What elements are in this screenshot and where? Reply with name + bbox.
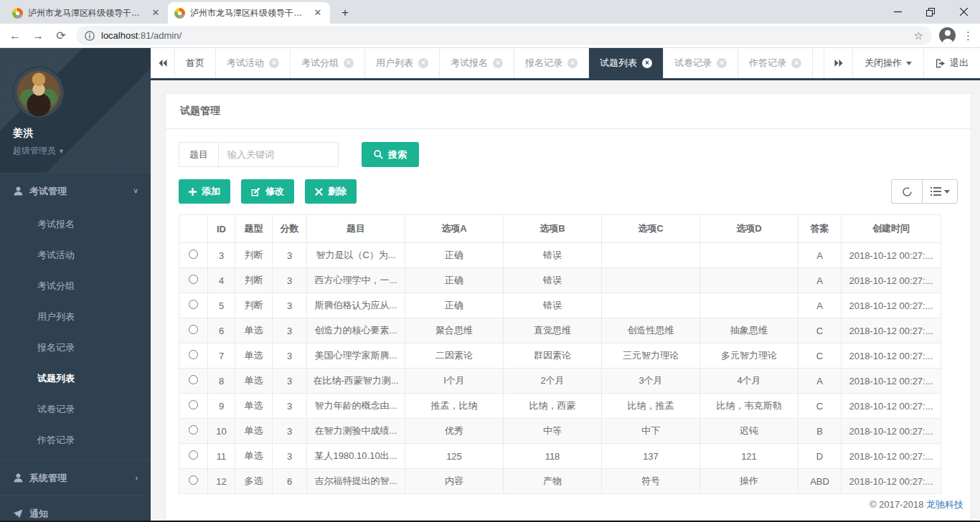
search-input[interactable] bbox=[218, 142, 339, 167]
tab-close-icon[interactable]: × bbox=[642, 58, 652, 68]
content-tab-label: 考试分组 bbox=[301, 57, 339, 70]
content-tab[interactable]: 试卷记录 × bbox=[664, 48, 738, 78]
sidebar-submenu-item[interactable]: 试题列表 bbox=[0, 363, 151, 394]
browser-tab-title: 泸州市龙马潭区科级领导干部任前 bbox=[190, 7, 307, 19]
sidebar-submenu-item[interactable]: 报名记录 bbox=[0, 332, 151, 363]
tab-close-icon[interactable]: ✕ bbox=[312, 7, 324, 19]
sidebar-submenu-item[interactable]: 试卷记录 bbox=[0, 394, 151, 424]
content-tab-label: 报名记录 bbox=[525, 57, 562, 70]
cell-option-d: 4个月 bbox=[700, 369, 798, 394]
table-row: 9 单选 3 智力年龄的概念由... 推孟，比纳 比纳，西蒙 比纳，推孟 比纳，… bbox=[179, 394, 941, 419]
cell-type: 单选 bbox=[235, 394, 273, 419]
address-bar[interactable]: localhost:81/admin/ ☆ bbox=[76, 26, 932, 45]
row-radio[interactable] bbox=[189, 275, 198, 284]
content-tab-label: 首页 bbox=[186, 57, 204, 70]
sidebar-submenu-item[interactable]: 考试活动 bbox=[0, 239, 151, 270]
row-select-cell bbox=[179, 243, 208, 268]
content-tab[interactable]: 考试报名 × bbox=[440, 48, 514, 78]
sidebar-submenu-item[interactable]: 作答记录 bbox=[0, 424, 151, 455]
row-radio[interactable] bbox=[189, 250, 198, 259]
cell-created-time: 2018-10-12 00:27:... bbox=[842, 369, 941, 394]
cell-created-time: 2018-10-12 00:27:... bbox=[842, 469, 941, 494]
content-tab[interactable]: 试题列表 × bbox=[589, 48, 664, 78]
cell-type: 单选 bbox=[235, 419, 273, 444]
sidebar-section-label: 通知 bbox=[29, 508, 48, 521]
columns-dropdown-button[interactable] bbox=[922, 179, 958, 204]
cell-score: 3 bbox=[273, 343, 307, 369]
browser-menu-icon[interactable]: ⋮ bbox=[963, 29, 973, 42]
edit-button[interactable]: 修改 bbox=[241, 179, 294, 204]
close-window-button[interactable] bbox=[947, 0, 980, 24]
cell-score: 3 bbox=[273, 419, 307, 444]
column-header: 选项C bbox=[602, 215, 700, 243]
row-radio[interactable] bbox=[189, 400, 198, 409]
table-row: 12 多选 6 吉尔福特提出的智... 内容 产物 符号 操作 ABD 20 bbox=[179, 469, 941, 494]
sidebar-item-system-management[interactable]: 系统管理 ‹ bbox=[0, 460, 151, 495]
user-icon bbox=[13, 473, 23, 483]
sidebar-item-notifications[interactable]: 通知 bbox=[0, 495, 151, 521]
back-icon[interactable]: ← bbox=[7, 29, 23, 42]
sidebar-submenu-item-label: 试卷记录 bbox=[37, 403, 75, 416]
cell-option-c: 创造性思维 bbox=[602, 318, 700, 343]
cell-score: 3 bbox=[273, 394, 307, 419]
cell-title: 在智力测验中成绩... bbox=[307, 419, 405, 444]
logout-button[interactable]: 退出 bbox=[923, 48, 980, 78]
close-operations-dropdown[interactable]: 关闭操作 bbox=[852, 48, 923, 78]
row-radio[interactable] bbox=[189, 350, 198, 359]
tab-close-icon[interactable]: ✕ bbox=[150, 7, 161, 19]
search-icon bbox=[374, 150, 383, 159]
row-radio[interactable] bbox=[189, 475, 198, 485]
tab-close-icon[interactable]: × bbox=[344, 58, 354, 68]
content-tab[interactable]: 报名记录 × bbox=[514, 48, 589, 78]
content-tab[interactable]: 考试活动 × bbox=[216, 48, 291, 78]
bookmark-star-icon[interactable]: ☆ bbox=[914, 29, 923, 42]
row-radio[interactable] bbox=[189, 450, 198, 460]
cell-answer: A bbox=[798, 268, 842, 293]
tab-close-icon[interactable]: × bbox=[717, 58, 727, 68]
cell-option-b: 直觉思维 bbox=[504, 318, 602, 343]
row-radio[interactable] bbox=[189, 300, 198, 309]
new-tab-button[interactable]: + bbox=[336, 4, 354, 22]
edit-button-label: 修改 bbox=[265, 185, 284, 198]
forward-icon[interactable]: → bbox=[30, 29, 46, 42]
row-radio[interactable] bbox=[189, 325, 198, 334]
browser-tab-1[interactable]: 泸州市龙马潭区科级领导干部任前 ✕ bbox=[6, 2, 168, 24]
sidebar-submenu-item[interactable]: 用户列表 bbox=[0, 301, 151, 332]
row-radio[interactable] bbox=[189, 375, 198, 384]
reload-icon[interactable]: ⟳ bbox=[53, 29, 69, 42]
tab-close-icon[interactable]: × bbox=[791, 58, 801, 68]
page-info-icon[interactable] bbox=[85, 31, 95, 41]
content-tab[interactable]: 用户列表 × bbox=[365, 48, 440, 78]
cell-id: 5 bbox=[208, 293, 235, 318]
refresh-button[interactable] bbox=[891, 179, 922, 204]
add-button[interactable]: 添加 bbox=[179, 179, 230, 204]
restore-button[interactable] bbox=[914, 0, 947, 24]
scroll-tabs-left-button[interactable] bbox=[151, 48, 175, 78]
cell-created-time: 2018-10-12 00:27:... bbox=[842, 343, 941, 369]
site-favicon bbox=[12, 8, 23, 19]
delete-button[interactable]: 删除 bbox=[305, 179, 357, 204]
content-tab[interactable]: 首页 bbox=[175, 48, 216, 78]
cell-created-time: 2018-10-12 00:27:... bbox=[842, 243, 941, 268]
tab-close-icon[interactable]: × bbox=[493, 58, 503, 68]
sidebar-submenu-item[interactable]: 考试报名 bbox=[0, 209, 151, 239]
search-button[interactable]: 搜索 bbox=[362, 142, 419, 167]
row-radio[interactable] bbox=[189, 425, 198, 435]
minimize-button[interactable] bbox=[881, 0, 914, 24]
tab-close-icon[interactable]: × bbox=[567, 58, 578, 68]
sidebar-item-exam-management[interactable]: 考试管理 ˅ bbox=[0, 173, 151, 209]
cell-option-a: I个月 bbox=[405, 369, 504, 394]
browser-profile-icon[interactable] bbox=[939, 27, 956, 44]
browser-tab-2[interactable]: 泸州市龙马潭区科级领导干部任前 ✕ bbox=[168, 2, 330, 24]
sidebar-submenu-item[interactable]: 考试分组 bbox=[0, 270, 151, 301]
company-link[interactable]: 龙驰科技 bbox=[926, 499, 963, 510]
cell-title: 西方心理学中，一... bbox=[307, 268, 405, 293]
browser-tabstrip: 泸州市龙马潭区科级领导干部任前 ✕ 泸州市龙马潭区科级领导干部任前 ✕ + bbox=[0, 0, 980, 24]
content-tab[interactable]: 作答记录 × bbox=[738, 48, 813, 78]
user-avatar[interactable] bbox=[13, 67, 65, 118]
tab-close-icon[interactable]: × bbox=[418, 58, 428, 68]
content-tab[interactable]: 考试分组 × bbox=[291, 48, 365, 78]
user-role-dropdown[interactable]: 超级管理员▼ bbox=[13, 145, 138, 157]
tab-close-icon[interactable]: × bbox=[269, 58, 279, 68]
scroll-tabs-right-button[interactable] bbox=[824, 48, 852, 78]
